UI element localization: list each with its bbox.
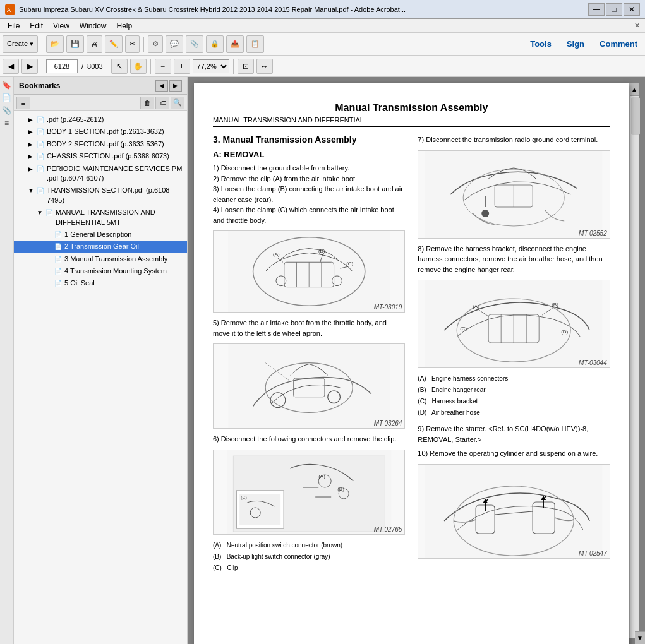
main-toolbar: Create ▾ 📂 💾 🖨 ✏️ ✉ ⚙ 💬 📎 🔒 📤 📋 Tools Si… [0, 33, 645, 56]
svg-text:(B): (B) [318, 248, 325, 254]
title-bar: A Subaru Impreza Subaru XV Crosstrek & S… [0, 0, 645, 19]
zoom-in-button[interactable]: + [174, 59, 190, 74]
expand-icon-body1[interactable]: ▶ [28, 128, 37, 136]
pdf-steps-1-4: 1) Disconnect the ground cable from batt… [213, 163, 405, 225]
sidebar-item-general[interactable]: ▶ 📄 1 General Description [14, 229, 187, 241]
toolbar-icon-8[interactable]: 📎 [186, 35, 203, 53]
sidebar-collapse-btn[interactable]: ◀ [155, 80, 168, 92]
sidebar-item-transmission[interactable]: ▼ 📄 TRANSMISSION SECTION.pdf (p.6108-749… [14, 184, 187, 206]
caption-6-c: (C) Clip [213, 563, 405, 574]
label-8-c: (C) Harness bracket [418, 396, 610, 407]
menu-file[interactable]: File [3, 20, 25, 32]
toolbar-icon-1[interactable]: 📂 [46, 35, 64, 53]
menu-edit[interactable]: Edit [25, 20, 48, 32]
pdf-subsection-a: A: REMOVAL [213, 150, 405, 159]
expand-icon-transmission[interactable]: ▼ [28, 186, 37, 195]
left-icon-pages[interactable]: 📄 [1, 92, 13, 104]
zoom-out-button[interactable]: − [155, 59, 171, 74]
expand-icon-chassis[interactable]: ▶ [28, 152, 37, 161]
toolbar-icon-7[interactable]: 💬 [166, 35, 183, 53]
sidebar-item-prev[interactable]: ▶ 📄 .pdf (p.2465-2612) [14, 114, 187, 126]
right-scrollbar[interactable]: ▲ ▼ [629, 83, 639, 638]
minimize-button[interactable]: — [588, 3, 605, 16]
zoom-selector[interactable]: 77,2% 50% 75% 100% 125% 150% [193, 59, 229, 73]
page-total: 8003 [87, 63, 102, 70]
toolbar-icon-3[interactable]: 🖨 [87, 35, 102, 53]
hand-tool-button[interactable]: ✋ [130, 59, 147, 74]
page-separator: / [80, 63, 85, 70]
window-title: Subaru Impreza Subaru XV Crosstrek & Sub… [19, 6, 588, 13]
pdf-step8: 8) Remove the harness bracket, disconnec… [418, 244, 610, 275]
plugin-indicator: ✕ [634, 21, 642, 30]
toolbar-icon-2[interactable]: 💾 [66, 35, 84, 53]
diagram-6-svg [418, 464, 609, 559]
sidebar-item-label-general: 1 General Description [64, 230, 184, 239]
sidebar-options-btn[interactable]: ▶ [169, 80, 182, 92]
sidebar-item-assembly[interactable]: ▶ 📄 3 Manual Transmission Assembly [14, 253, 187, 265]
diagram-2-svg [214, 344, 404, 428]
toolbar-icon-6[interactable]: ⚙ [148, 35, 163, 53]
sidebar-item-body2[interactable]: ▶ 📄 BODY 2 SECTION .pdf (p.3633-5367) [14, 138, 187, 150]
page-icon-body2: 📄 [37, 140, 45, 149]
left-icon-layers[interactable]: ≡ [1, 117, 13, 129]
comment-button[interactable]: Comment [594, 38, 642, 50]
sidebar-item-label-mounting: 4 Transmission Mounting System [64, 266, 184, 276]
diagram-1-label: MT-03019 [374, 304, 402, 311]
sidebar-title: Bookmarks [19, 81, 155, 90]
window-controls[interactable]: — □ ✕ [588, 3, 640, 16]
scroll-up-button[interactable]: ▲ [630, 83, 639, 96]
nav-forward-button[interactable]: ▶ [21, 59, 38, 74]
pdf-step5: 5) Remove the air intake boot from the t… [213, 318, 405, 338]
toolbar-icon-4[interactable]: ✏️ [105, 35, 123, 53]
close-button[interactable]: ✕ [624, 3, 640, 16]
left-icon-attach[interactable]: 📎 [1, 105, 13, 116]
sidebar-tb-btn-tag[interactable]: 🏷 [155, 97, 169, 109]
fit-page-button[interactable]: ⊡ [238, 59, 254, 74]
expand-icon-body2[interactable]: ▶ [28, 140, 37, 149]
diagram-3: (C) (A) (B) (C) MT-02765 [213, 450, 405, 535]
fit-width-button[interactable]: ↔ [256, 59, 273, 74]
tools-button[interactable]: Tools [525, 38, 557, 50]
pdf-content-area[interactable]: Manual Transmission Assembly MANUAL TRAN… [188, 77, 645, 644]
toolbar-icon-10[interactable]: 📤 [226, 35, 244, 53]
sidebar-item-mounting[interactable]: ▶ 📄 4 Transmission Mounting System [14, 265, 187, 277]
pdf-page: Manual Transmission Assembly MANUAL TRAN… [194, 83, 629, 644]
diagram-1-svg: (A) (B) (C) [214, 231, 404, 312]
svg-text:(A): (A) [273, 251, 280, 257]
expand-icon-prev[interactable]: ▶ [28, 116, 37, 124]
sidebar-tb-btn-delete[interactable]: 🗑 [140, 97, 154, 109]
sign-button[interactable]: Sign [562, 38, 589, 50]
sidebar-tb-btn-search[interactable]: 🔍 [171, 97, 184, 109]
sidebar-item-manual-trans[interactable]: ▼ 📄 MANUAL TRANSMISSION AND DIFFERENTIAL… [14, 206, 187, 229]
sidebar-tb-btn-1[interactable]: ≡ [16, 97, 30, 109]
expand-icon-periodic[interactable]: ▶ [28, 165, 37, 174]
toolbar-icon-9[interactable]: 🔒 [206, 35, 224, 53]
left-icon-bookmark[interactable]: 🔖 [1, 80, 13, 91]
toolbar-icon-5[interactable]: ✉ [125, 35, 140, 53]
menu-window[interactable]: Window [75, 20, 112, 32]
sidebar-item-gear-oil[interactable]: ▶ 📄 2 Transmission Gear Oil [14, 241, 187, 253]
nav-back-button[interactable]: ◀ [3, 59, 19, 74]
maximize-button[interactable]: □ [606, 3, 622, 16]
pdf-labels-8: (A) Engine harness connectors (B) Engine… [418, 373, 610, 419]
caption-6-a: (A) Neutral position switch connector (b… [213, 540, 405, 551]
sidebar-toolbar: ≡ 🗑 🏷 🔍 [14, 95, 187, 111]
expand-icon-manual-trans[interactable]: ▼ [37, 208, 45, 217]
sidebar-item-chassis[interactable]: ▶ 📄 CHASSIS SECTION .pdf (p.5368-6073) [14, 150, 187, 162]
pdf-subtitle: MANUAL TRANSMISSION AND DIFFERENTIAL [213, 116, 610, 127]
create-button[interactable]: Create ▾ [3, 35, 38, 53]
page-number-input[interactable] [46, 59, 78, 73]
sidebar-item-body1[interactable]: ▶ 📄 BODY 1 SECTION .pdf (p.2613-3632) [14, 126, 187, 138]
select-tool-button[interactable]: ↖ [111, 59, 128, 74]
sidebar-item-oil-seal[interactable]: ▶ 📄 5 Oil Seal [14, 277, 187, 289]
scroll-down-button[interactable]: ▼ [635, 631, 645, 644]
menu-view[interactable]: View [48, 20, 75, 32]
diagram-6: MT-02547 [418, 464, 610, 559]
svg-point-34 [482, 210, 490, 217]
menu-help[interactable]: Help [112, 20, 138, 32]
toolbar-icon-11[interactable]: 📋 [246, 35, 264, 53]
sidebar-item-periodic[interactable]: ▶ 📄 PERIODIC MAINTENANCE SERVICES PM .pd… [14, 163, 187, 185]
scroll-thumb[interactable] [631, 97, 640, 135]
pdf-two-column-layout: 3. Manual Transmission Assembly A: REMOV… [213, 134, 610, 579]
sidebar-controls[interactable]: ◀ ▶ [155, 80, 182, 92]
